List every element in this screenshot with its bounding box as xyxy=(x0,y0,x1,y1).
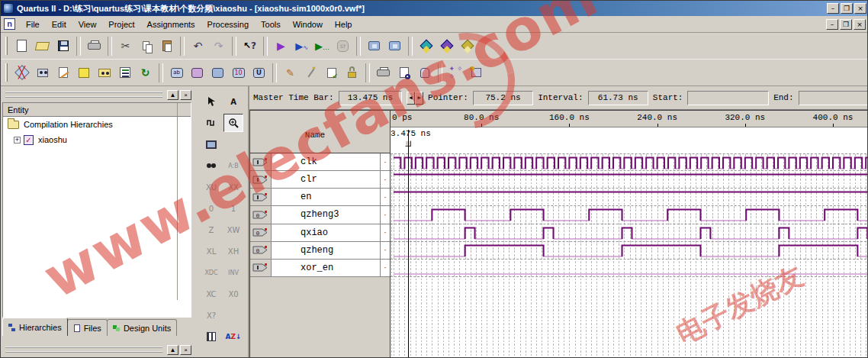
force-high-impedance-button[interactable]: Z xyxy=(201,221,221,239)
force-low-button[interactable]: 0 xyxy=(201,199,221,218)
start-signal-probe-button[interactable]: ▶… xyxy=(313,37,332,56)
edit-node-button[interactable] xyxy=(53,63,72,82)
compiler-settings-button[interactable] xyxy=(365,37,384,56)
invert-button[interactable]: INV xyxy=(223,263,243,282)
signal-row-qzheng3[interactable]: 0qzheng3· xyxy=(250,206,390,224)
paste-button[interactable] xyxy=(157,37,176,56)
start-compilation-button[interactable]: ▶ xyxy=(272,37,291,56)
find-in-files-button[interactable] xyxy=(95,63,114,82)
text-tool-button[interactable]: A xyxy=(223,92,243,111)
timing-analyzer-button[interactable] xyxy=(458,37,477,56)
save-button[interactable] xyxy=(53,37,72,56)
annotate-button[interactable]: ✔ xyxy=(322,63,341,82)
reverse-group-button[interactable]: U xyxy=(249,63,268,82)
menu-tools[interactable]: Tools xyxy=(255,18,287,31)
bottom-dock-titlebar[interactable]: ▲ × xyxy=(2,343,191,356)
ungroup-node-button[interactable] xyxy=(208,63,227,82)
pan-hand-button[interactable] xyxy=(415,63,434,82)
waveform-qxiao[interactable] xyxy=(391,224,868,242)
signal-row-qxiao[interactable]: 0qxiao· xyxy=(250,224,390,242)
entity-column-header[interactable]: Entity xyxy=(3,103,191,117)
waveform-xor_en[interactable] xyxy=(391,260,868,277)
signal-name-xor_en[interactable]: xor_en xyxy=(272,260,380,276)
tree-item-compilation-hierarchies[interactable]: Compilation Hierarchies xyxy=(3,117,191,132)
new-button[interactable] xyxy=(12,37,31,56)
refresh-button[interactable]: ↻ xyxy=(136,63,155,82)
menu-help[interactable]: Help xyxy=(329,18,358,31)
replace-button[interactable]: A:B xyxy=(223,156,243,175)
restore-button[interactable]: ❐ xyxy=(841,3,853,14)
signal-row-xor_en[interactable]: xor_en· xyxy=(250,260,390,277)
toolbar-grip[interactable] xyxy=(5,37,8,55)
arbitrary-value-button[interactable]: X? xyxy=(201,306,221,324)
overwrite-clock-button[interactable]: X0 xyxy=(223,285,243,303)
close-netlist-button[interactable]: ╳ xyxy=(12,63,31,82)
assignment-editor-button[interactable] xyxy=(416,37,436,56)
drag-grip[interactable] xyxy=(5,92,162,98)
group-node-button[interactable] xyxy=(188,63,207,82)
new-note-button[interactable] xyxy=(74,63,93,82)
print-wave-button[interactable] xyxy=(374,63,393,82)
tree-item-xiaoshu[interactable]: +✓xiaoshu xyxy=(3,132,191,147)
close-panel-icon[interactable]: × xyxy=(180,90,191,100)
redo-button[interactable]: ↷ xyxy=(209,37,228,56)
spin-right-icon[interactable]: ▶ xyxy=(415,92,423,105)
full-screen-button[interactable] xyxy=(201,135,221,153)
abc-node-button[interactable]: ab xyxy=(167,63,186,82)
signal-name-clr[interactable]: clr xyxy=(272,171,380,188)
child-close-button[interactable]: × xyxy=(854,19,866,30)
edit-pencil-button[interactable]: ✎ xyxy=(281,63,300,82)
menu-edit[interactable]: Edit xyxy=(46,18,72,31)
tab-files[interactable]: Files xyxy=(67,319,108,336)
time-ruler[interactable]: 0 ps80.0 ns160.0 ns240.0 ns320.0 ns400.0… xyxy=(391,111,868,127)
force-uninitialized-button[interactable]: XU xyxy=(201,178,221,196)
menu-project[interactable]: Project xyxy=(102,18,140,31)
waveform-display-panel[interactable]: 0 ps80.0 ns160.0 ns240.0 ns320.0 ns400.0… xyxy=(390,110,868,358)
signal-name-clk[interactable]: clk xyxy=(272,153,380,170)
expand-plus-icon[interactable]: + xyxy=(14,137,21,144)
waveform-clr[interactable] xyxy=(391,171,868,189)
toolbar-grip[interactable] xyxy=(5,63,8,82)
lock-button[interactable] xyxy=(342,63,362,82)
force-weak-unknown-button[interactable]: XW xyxy=(223,221,243,239)
master-time-bar-line[interactable] xyxy=(408,130,409,358)
close-panel-icon[interactable]: × xyxy=(180,345,191,355)
undo-button[interactable]: ↶ xyxy=(188,37,207,56)
menu-window[interactable]: Window xyxy=(287,18,329,31)
signal-name-qzheng[interactable]: qzheng xyxy=(272,242,380,259)
align-to-grid-button[interactable] xyxy=(201,327,221,346)
signal-row-en[interactable]: en· xyxy=(250,189,390,206)
signal-row-clr[interactable]: clr· xyxy=(250,171,390,189)
tab-hierarchies[interactable]: Hierarchies xyxy=(2,318,68,336)
signal-name-en[interactable]: en xyxy=(272,189,380,205)
sort-button[interactable]: AZ↓ xyxy=(223,327,243,346)
name-column-header[interactable]: Name xyxy=(250,111,390,153)
signal-name-qzheng3[interactable]: qzheng3 xyxy=(272,206,380,223)
context-help-button[interactable]: ↖? xyxy=(240,37,259,56)
collapse-arrow-icon[interactable]: ▲ xyxy=(167,345,178,355)
force-high-button[interactable]: 1 xyxy=(223,199,243,218)
waveform-clk[interactable] xyxy=(391,153,868,171)
stop-button[interactable]: ST xyxy=(333,37,352,56)
menu-processing[interactable]: Processing xyxy=(201,18,255,31)
signal-row-clk[interactable]: clk· xyxy=(250,153,390,171)
cut-button[interactable]: ✂ xyxy=(116,37,135,56)
drag-grip[interactable] xyxy=(5,347,162,353)
count-value-button[interactable]: XC xyxy=(201,285,221,303)
find-node-button[interactable] xyxy=(33,63,52,82)
minimize-button[interactable]: – xyxy=(827,3,839,14)
tab-design-units[interactable]: Design Units xyxy=(107,319,177,336)
child-minimize-button[interactable]: – xyxy=(826,19,838,30)
collapse-arrow-icon[interactable]: ▲ xyxy=(167,90,178,100)
zoom-tool-button[interactable] xyxy=(223,114,243,132)
waveform-qzheng3[interactable] xyxy=(391,206,868,224)
selection-tool-button[interactable] xyxy=(201,92,221,111)
menu-file[interactable]: File xyxy=(20,18,46,31)
print-button[interactable] xyxy=(85,37,104,56)
spin-left-icon[interactable]: ◀ xyxy=(407,92,415,105)
sparkle-tool-button[interactable]: ✦ ✧✧ xyxy=(446,63,465,82)
report-button[interactable] xyxy=(115,63,134,82)
marker-strip[interactable]: 13.475 ns xyxy=(391,127,868,153)
preview-button[interactable] xyxy=(394,63,413,82)
pin-planner-button[interactable] xyxy=(437,37,456,56)
